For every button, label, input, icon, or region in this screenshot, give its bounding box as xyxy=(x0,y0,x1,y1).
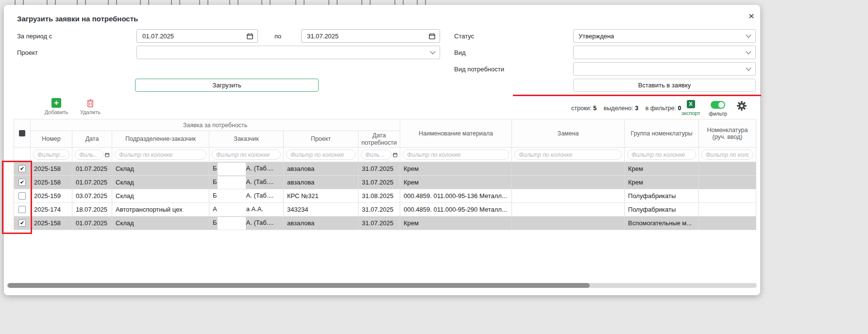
group-header: Заявка за потребность xyxy=(31,119,400,131)
filter-input-customer[interactable] xyxy=(212,150,281,160)
cell-need-date: 31.07.2025 xyxy=(358,203,400,217)
export-label: экспорт xyxy=(679,110,702,116)
cell-material: 000.4859. 011.000-95-290 Металл... xyxy=(400,203,512,217)
settings-gear-icon[interactable] xyxy=(736,100,747,111)
select-all-checkbox[interactable] xyxy=(19,130,25,136)
close-icon[interactable]: × xyxy=(749,11,754,21)
status-value: Утверждена xyxy=(579,33,614,40)
table-row[interactable]: 2025-158 01.07.2025 Склад БА. (Таб.... а… xyxy=(14,162,756,176)
redaction-box xyxy=(218,190,246,202)
redaction-box xyxy=(218,217,246,230)
kind-label: Вид xyxy=(454,49,466,56)
filter-input-number[interactable] xyxy=(33,150,69,160)
cell-number: 2025-174 xyxy=(31,203,72,217)
grid-stats: строки: 5 выделено: 3 в фильтре: 0 xyxy=(571,105,681,112)
need-kind-label: Вид потребности xyxy=(454,66,504,73)
cell-material: Крем xyxy=(400,217,512,230)
col-header-customer: Заказчик xyxy=(209,131,284,148)
rows-count-label: строки: xyxy=(571,105,592,112)
cell-date: 01.07.2025 xyxy=(72,176,112,189)
table-row[interactable]: 2025-159 03.07.2025 Склад БА. (Таб.... К… xyxy=(14,189,756,203)
date-to-input[interactable] xyxy=(306,32,426,40)
filter-input-date[interactable] xyxy=(75,150,103,160)
cell-project: авзалова xyxy=(284,217,358,230)
cell-material: Крем xyxy=(400,176,512,189)
need-kind-select[interactable] xyxy=(573,62,756,76)
project-select[interactable] xyxy=(136,46,440,59)
cell-need-date: 31.07.2025 xyxy=(358,176,400,189)
cell-manual-nomenclature xyxy=(699,189,756,203)
cell-number: 2025-158 xyxy=(31,176,72,189)
screen: Загрузить заявки на потребность × За пер… xyxy=(0,0,868,334)
table-row[interactable]: 2025-158 01.07.2025 Склад БА. (Таб.... а… xyxy=(14,176,756,189)
customer-text: Б xyxy=(213,219,217,226)
customer-text: а А.А. xyxy=(246,205,263,213)
cell-replacement xyxy=(512,217,625,230)
col-header-material: Наименование материала xyxy=(400,119,512,148)
calendar-icon[interactable] xyxy=(247,33,253,39)
chevron-down-icon xyxy=(430,49,435,54)
col-header-replacement: Замена xyxy=(512,119,625,148)
trash-icon xyxy=(86,99,94,108)
filter-input-material[interactable] xyxy=(403,150,509,160)
horizontal-scrollbar[interactable] xyxy=(7,283,757,288)
cell-department: Склад xyxy=(112,162,209,176)
delete-button-label: Удалить xyxy=(75,109,106,115)
calendar-icon[interactable] xyxy=(393,152,397,158)
export-button[interactable]: X экспорт xyxy=(679,100,702,116)
load-requests-modal: Загрузить заявки на потребность × За пер… xyxy=(4,5,760,295)
filter-input-replacement[interactable] xyxy=(514,150,622,160)
filter-input-need-date[interactable] xyxy=(361,150,391,160)
customer-text: А. (Таб.... xyxy=(246,165,274,172)
col-header-project: Проект xyxy=(284,131,358,148)
cell-number: 2025-159 xyxy=(31,189,72,203)
cell-date: 01.07.2025 xyxy=(72,217,112,230)
cell-customer: БА. (Таб.... xyxy=(209,162,284,176)
cell-nomenclature-group: Крем xyxy=(625,162,699,176)
cell-department: Автотранспортный цех xyxy=(112,203,209,217)
col-header-manual-nomenclature: Номенклатура (руч. ввод) xyxy=(699,119,756,148)
load-button[interactable]: Загрузить xyxy=(135,79,319,92)
customer-text: А xyxy=(213,205,217,213)
add-button[interactable]: Добавить xyxy=(41,98,72,115)
cell-manual-nomenclature xyxy=(699,203,756,217)
customer-text: А. (Таб.... xyxy=(246,178,274,185)
add-button-label: Добавить xyxy=(41,109,72,115)
filter-input-project[interactable] xyxy=(286,150,356,160)
kind-select[interactable] xyxy=(573,46,756,59)
selected-count-value: 3 xyxy=(635,105,638,112)
filter-input-nomenclature-group[interactable] xyxy=(627,150,696,160)
cell-need-date: 31.08.2025 xyxy=(358,189,400,203)
filter-input-department[interactable] xyxy=(115,150,206,160)
customer-text: Б xyxy=(213,178,217,185)
cell-customer: Аа А.А. xyxy=(209,203,284,217)
cell-customer: БА. (Таб.... xyxy=(209,217,284,230)
cell-date: 18.07.2025 xyxy=(72,203,112,217)
cell-nomenclature-group: Полуфабрикаты xyxy=(625,189,699,203)
calendar-icon[interactable] xyxy=(429,33,435,39)
cell-nomenclature-group: Вспомогательные м... xyxy=(625,217,699,230)
cell-project: КРС №321 xyxy=(284,189,358,203)
calendar-icon[interactable] xyxy=(105,152,109,158)
cell-customer: БА. (Таб.... xyxy=(209,189,284,203)
in-filter-count-label: в фильтре: xyxy=(646,105,676,112)
delete-button[interactable]: Удалить xyxy=(75,98,106,115)
date-to-field[interactable] xyxy=(301,29,440,43)
col-header-department: Подразделение-заказчик xyxy=(112,131,209,148)
date-from-input[interactable] xyxy=(141,32,244,40)
insert-into-request-button[interactable]: Вставить в заявку xyxy=(573,79,756,92)
excel-icon: X xyxy=(687,100,695,108)
col-header-date: Дата xyxy=(72,131,112,148)
toggle-on-icon[interactable] xyxy=(711,101,725,109)
table-row[interactable]: 2025-174 18.07.2025 Автотранспортный цех… xyxy=(14,203,756,217)
customer-text: А. (Таб.... xyxy=(246,219,274,226)
cell-replacement xyxy=(512,203,625,217)
status-select[interactable]: Утверждена xyxy=(573,29,756,43)
filter-toggle[interactable]: фильтр xyxy=(705,101,731,117)
scrollbar-thumb[interactable] xyxy=(8,283,590,288)
table-row[interactable]: 2025-158 01.07.2025 Склад БА. (Таб.... а… xyxy=(14,217,756,230)
cell-material: 000.4859. 011.000-95-136 Металл... xyxy=(400,189,512,203)
date-from-field[interactable] xyxy=(136,29,258,43)
cell-number: 2025-158 xyxy=(31,217,72,230)
filter-input-manual-nomenclature[interactable] xyxy=(701,150,753,160)
